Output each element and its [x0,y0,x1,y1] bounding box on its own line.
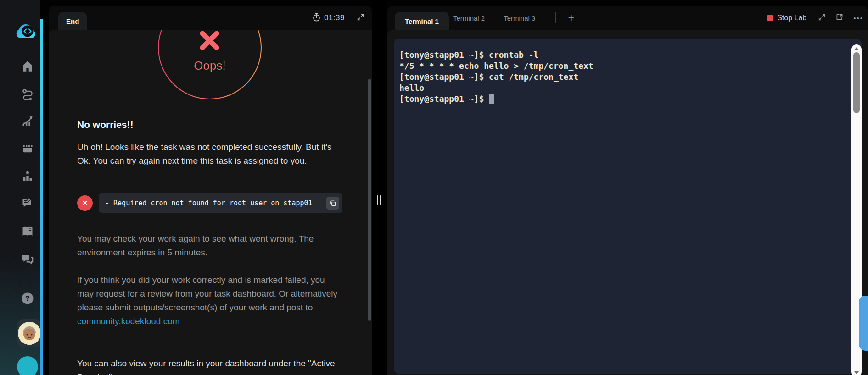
progress-icon[interactable] [16,112,39,130]
error-row: ✕ - Required cron not found for root use… [77,193,342,213]
community-icon[interactable] [16,250,39,269]
kodekloud-logo-icon[interactable] [14,22,39,41]
task-result-content: Oops! No worries!! Uh oh! Looks like the… [49,30,372,375]
error-message-box: - Required cron not found for root user … [99,193,342,213]
scroll-up-arrow[interactable] [854,47,859,50]
tab-terminal-2[interactable]: Terminal 2 [453,14,485,22]
tab-end-label: End [66,17,79,25]
terminal-line: */5 * * * * echo hello > /tmp/cron_text [399,61,594,72]
avatar-image [18,322,41,345]
notification-dot[interactable] [17,356,38,375]
terminal-screen[interactable]: [tony@stapp01 ~]$ crontab -l */5 * * * *… [394,39,862,374]
oops-label: Oops! [158,59,262,73]
sidebar-accent-line [40,19,43,375]
scroll-down-arrow[interactable] [854,371,859,374]
terminal-prompt-line: [tony@stapp01 ~]$ [399,94,594,105]
lab-page: ? End [0,0,868,375]
task-result-panel: End 01:39 Oops! No wo [49,6,372,375]
stop-lab-button[interactable]: Stop Lab [767,14,806,22]
terminal-line: hello [399,83,594,94]
more-options-icon[interactable]: ••• [853,14,863,22]
result-paragraph-3: If you think you did your work correctly… [77,273,342,328]
panel-splitter [372,0,387,375]
tab-terminal-1[interactable]: Terminal 1 [395,12,449,30]
error-message: - Required cron not found for root user … [105,199,326,207]
timer-value: 01:39 [324,13,345,22]
home-icon[interactable] [16,57,39,75]
error-x-icon[interactable]: ✕ [77,195,93,211]
help-icon[interactable]: ? [16,289,39,308]
left-panel-scrollbar[interactable] [368,79,371,321]
docs-icon[interactable] [16,222,39,241]
svg-text:?: ? [25,294,30,303]
expand-panel-icon[interactable] [357,13,364,23]
terminal-output: [tony@stapp01 ~]$ crontab -l */5 * * * *… [399,50,594,105]
terminal-content-area: [tony@stapp01 ~]$ crontab -l */5 * * * *… [387,30,868,375]
tab-terminal-3[interactable]: Terminal 3 [504,14,535,22]
leaderboard-icon[interactable] [16,167,39,185]
expand-terminal-icon[interactable] [818,13,826,23]
splitter-handle[interactable] [377,195,382,205]
timer-icon [312,12,321,24]
terminal-line: [tony@stapp01 ~]$ crontab -l [399,50,594,61]
terminal-cursor [489,94,494,104]
terminal-line: [tony@stapp01 ~]$ cat /tmp/cron_text [399,72,594,83]
result-paragraph-4: You can also view your results in your d… [77,357,342,375]
tab-divider [555,12,556,23]
stop-lab-label: Stop Lab [777,14,806,22]
tab-end[interactable]: End [58,12,87,30]
open-in-new-icon[interactable] [835,13,844,23]
result-paragraph-1: Uh oh! Looks like the task was not compl… [77,140,342,168]
sidebar: ? [0,0,40,375]
result-paragraph-2: You may check your work again to see wha… [77,232,342,259]
add-terminal-button[interactable]: + [568,12,574,23]
result-heading: No worries!! [77,119,134,130]
terminal-tab-bar: Terminal 1 Terminal 2 Terminal 3 + Stop … [387,6,868,30]
chat-widget-peek[interactable] [859,296,868,351]
stop-icon [767,15,773,21]
terminal-panel: Terminal 1 Terminal 2 Terminal 3 + Stop … [387,6,868,375]
task-panel-bar: End 01:39 [49,6,372,30]
avatar[interactable] [17,319,42,347]
playground-icon[interactable] [16,139,39,157]
terminal-scroll-thumb[interactable] [853,52,860,113]
feedback-icon[interactable] [16,194,39,212]
learning-path-icon[interactable] [16,85,39,104]
community-link[interactable]: community.kodekloud.com [77,316,180,326]
copy-icon[interactable] [326,197,339,210]
